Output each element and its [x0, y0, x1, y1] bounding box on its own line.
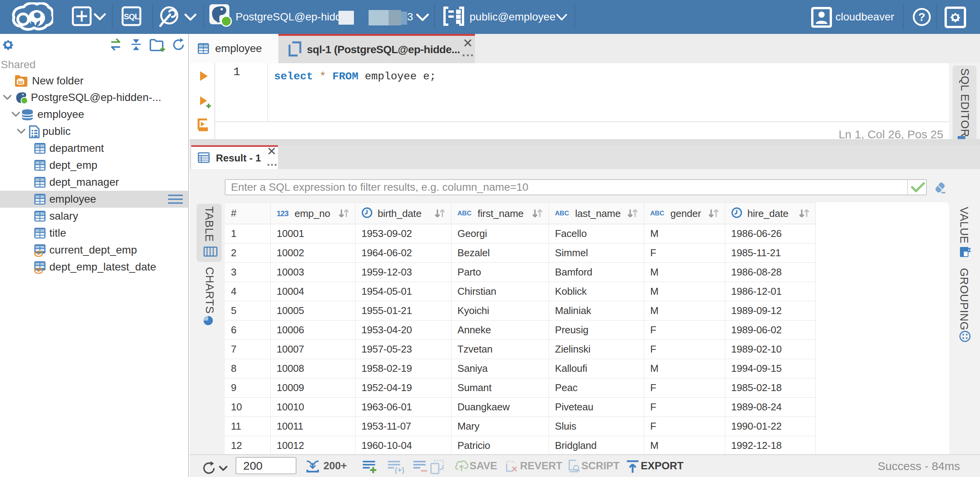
svg-text:?: ? — [918, 10, 925, 23]
svg-text:SQL: SQL — [124, 12, 140, 21]
svg-text:(+): (+) — [395, 466, 404, 474]
